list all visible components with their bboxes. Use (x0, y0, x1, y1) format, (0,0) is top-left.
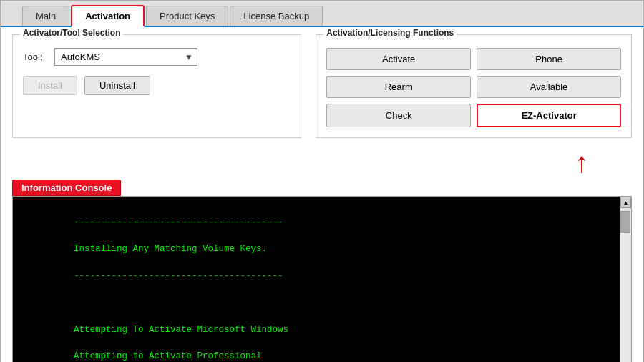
install-btn-row: Install Uninstall (23, 76, 291, 95)
info-section: Information Console --------------------… (12, 180, 632, 362)
tab-product-keys[interactable]: Product Keys (146, 6, 228, 26)
volume-keys-line: Installing Any Matching Volume Keys. (74, 244, 267, 254)
content-area: Activator/Tool Selection Tool: AutoKMSAu… (1, 27, 643, 362)
scroll-up-button[interactable]: ▲ (620, 197, 631, 208)
left-panel-title: Activator/Tool Selection (20, 28, 123, 38)
tool-select-wrapper: AutoKMSAutoRearmKMSAuto ▼ (54, 48, 197, 66)
tool-select[interactable]: AutoKMSAutoRearmKMSAuto (54, 48, 197, 66)
top-section: Activator/Tool Selection Tool: AutoKMSAu… (12, 34, 632, 138)
arrow-container: ↑ (12, 145, 632, 177)
scroll-track (620, 208, 631, 362)
dashes-2: --------------------------------------- (74, 271, 283, 281)
available-button[interactable]: Available (477, 76, 621, 98)
phone-button[interactable]: Phone (477, 48, 621, 70)
right-panel: Activation/Licensing Functions Activate … (316, 34, 632, 138)
main-window: Main Activation Product Keys License Bac… (0, 0, 644, 362)
function-grid: Activate Phone Rearm Available Check EZ-… (326, 48, 621, 127)
info-console-title: Information Console (12, 180, 121, 196)
up-arrow-icon: ↑ (575, 148, 589, 177)
dashes-1: --------------------------------------- (74, 217, 283, 228)
rearm-button[interactable]: Rearm (326, 76, 471, 98)
tab-license-backup[interactable]: License Backup (230, 6, 323, 26)
scroll-thumb[interactable] (620, 211, 630, 233)
install-button[interactable]: Install (23, 76, 77, 95)
activate-professional-line: Attempting to Activate Professional (74, 351, 262, 361)
left-panel: Activator/Tool Selection Tool: AutoKMSAu… (12, 34, 301, 138)
check-button[interactable]: Check (326, 104, 471, 127)
tab-main[interactable]: Main (22, 6, 69, 26)
ez-activator-button[interactable]: EZ-Activator (477, 104, 621, 127)
tool-label: Tool: (23, 52, 49, 62)
console-wrapper: --------------------------------------- … (12, 196, 632, 362)
right-panel-title: Activation/Licensing Functions (323, 28, 457, 38)
tab-bar: Main Activation Product Keys License Bac… (1, 1, 643, 27)
console-output: --------------------------------------- … (13, 197, 620, 362)
activate-button[interactable]: Activate (326, 48, 471, 70)
scrollbar: ▲ ▼ (620, 197, 631, 362)
uninstall-button[interactable]: Uninstall (84, 76, 150, 95)
activate-windows-line: Attempting To Activate Microsoft Windows (74, 325, 288, 335)
tool-row: Tool: AutoKMSAutoRearmKMSAuto ▼ (23, 48, 291, 66)
tab-activation[interactable]: Activation (71, 5, 145, 27)
